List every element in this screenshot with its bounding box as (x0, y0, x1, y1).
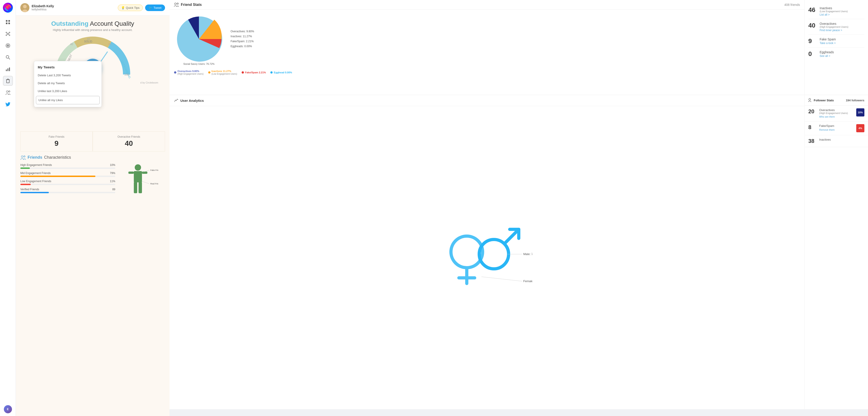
follower-stats-panel: Follower Stats 194 followers 20 Overacti… (805, 95, 868, 409)
analytics-icon (174, 98, 179, 103)
legend-inactives: Inactives: 11.27% (230, 35, 254, 38)
sidebar-item-dashboard[interactable] (3, 17, 13, 27)
engagement-row-mid: Mid Engagement Friends 79% (20, 172, 115, 177)
eggheads-link[interactable]: See all > (819, 55, 864, 58)
dropdown-item-0[interactable]: Delete Last 3,200 Tweets (34, 71, 101, 79)
tag-overactives-sub: (High Engagement Users) (178, 73, 204, 75)
analytics-header: User Analytics (169, 95, 804, 106)
svg-point-50 (177, 3, 178, 4)
fakespam-link[interactable]: Take a look > (819, 41, 864, 45)
dropdown-title: My Tweets (34, 63, 101, 71)
dropdown-menu: My Tweets Delete Last 3,200 Tweets Delet… (34, 61, 102, 107)
app-logo[interactable] (3, 3, 13, 13)
main-content: Elizabeth Kelly kellybethlisa 💡 Quick Ti… (16, 0, 868, 416)
overactives-link[interactable]: Find inner peace > (819, 29, 864, 32)
overactive-label: Overactive Friends (96, 135, 161, 138)
friends-characteristics: Friends Characteristics High Engagement … (16, 151, 169, 204)
stats-numbers: 46 Inactives (Low Engagement Users) List… (805, 0, 868, 64)
engagement-row-low: Low Engagement Friends 11% (20, 180, 115, 185)
sidebar-item-target[interactable] (3, 41, 13, 50)
who-are-them-link[interactable]: Who are them (819, 115, 835, 118)
svg-text:80: 80 (108, 43, 112, 46)
sidebar-item-delete[interactable] (3, 76, 13, 86)
mid-engagement-percent: 79% (110, 172, 115, 175)
stat-box-overactive: Overactive Friends 40 (93, 131, 165, 151)
friend-count: 408 friends (784, 3, 800, 6)
friends-section-title: Friends Characteristics (20, 155, 165, 160)
legend-fakespam: Fake/Spam: 2.21% (230, 40, 254, 43)
follower-row-inactives: 38 Inactives (805, 135, 868, 147)
svg-line-18 (8, 58, 10, 59)
inactives-type: Inactives (819, 6, 864, 10)
sidebar-item-analytics[interactable] (3, 64, 13, 74)
friend-stats-panel: Friend Stats 408 friends (169, 0, 805, 95)
remove-them-link[interactable]: Remove them (819, 129, 835, 131)
svg-text:Fake Friends: 2.21%: Fake Friends: 2.21% (150, 169, 158, 171)
dropdown-item-2[interactable]: Unlike last 3,200 Likes (34, 87, 101, 95)
follower-row-overactives: 20 Overactives (High Engagement Users) W… (805, 106, 868, 122)
tag-fakespam-label: Fake/Spam 2.21% (245, 71, 266, 74)
dropdown-item-1[interactable]: Delete all my Tweets (34, 79, 101, 87)
fakespam-num: 9 (808, 37, 819, 45)
twitter-bird-icon: 🐦 (149, 6, 152, 9)
follower-stats-title: Follower Stats (814, 99, 834, 102)
engagement-row-verified: Verified Friends 89 (20, 188, 115, 193)
tag-overactives: Overactives 9.80% (High Engagement Users… (174, 70, 204, 75)
tweet-button[interactable]: 🐦 Tweet (145, 4, 165, 11)
svg-line-11 (8, 33, 9, 34)
svg-line-60 (482, 277, 522, 281)
sidebar-item-search[interactable] (3, 53, 13, 62)
svg-point-8 (6, 35, 7, 36)
svg-rect-1 (6, 20, 7, 22)
overactives-type: Overactives (819, 22, 864, 26)
svg-line-10 (7, 33, 7, 34)
user-handle: kellybethlisa (32, 8, 54, 11)
svg-rect-43 (134, 182, 137, 193)
legend-overactives: Overactives: 9.80% (230, 30, 254, 33)
stat-row-overactives: 40 Overactives (High Engagement Users) F… (808, 19, 864, 35)
tag-overactives-label: Overactives 9.80% (178, 70, 199, 72)
low-engagement-bar (20, 184, 115, 185)
follower-fakespam-type: Fake/Spam (819, 124, 855, 128)
header-buttons: 💡 Quick Tips 🐦 Tweet (118, 4, 165, 11)
tag-egghead-label: Egghead 0.00% (274, 71, 292, 74)
high-engagement-label: High Engagement Friends (20, 164, 52, 167)
fake-friends-value: 9 (24, 139, 89, 148)
svg-point-39 (135, 164, 141, 171)
stat-row-inactives: 46 Inactives (Low Engagement Users) List… (808, 4, 864, 19)
fake-friends-label: Fake Friends (24, 135, 89, 138)
egghead-dot (270, 71, 273, 74)
follower-overactives-type: Overactives (819, 108, 855, 112)
quick-tips-button[interactable]: 💡 Quick Tips (118, 4, 143, 11)
top-right: Friend Stats 408 friends (169, 0, 868, 95)
friends-grid: High Engagement Friends 10% Mid Engageme… (20, 164, 165, 201)
verified-label: Verified Friends (20, 188, 39, 191)
sidebar-item-twitter[interactable] (3, 99, 13, 109)
fakespam-dot (242, 71, 244, 74)
svg-rect-4 (8, 23, 10, 24)
verified-fill (20, 192, 49, 193)
left-panel: Elizabeth Kelly kellybethlisa 💡 Quick Ti… (16, 0, 169, 416)
user-avatar-sidebar[interactable]: E (4, 405, 12, 413)
stats-boxes: Fake Friends 9 Overactive Friends 40 (20, 131, 165, 151)
svg-point-16 (7, 45, 8, 46)
high-engagement-percent: 10% (110, 164, 115, 167)
inactives-link[interactable]: List all > (819, 13, 864, 16)
low-engagement-percent: 11% (110, 180, 115, 183)
svg-text:40: 40 (70, 43, 73, 46)
sidebar-item-network[interactable] (3, 29, 13, 39)
svg-rect-20 (7, 68, 8, 71)
svg-line-13 (8, 34, 9, 35)
follower-row-fakespam: 8 Fake/Spam Remove them 4% (805, 122, 868, 135)
tag-inactives-label: Inactives 11.27% (212, 70, 231, 72)
mid-engagement-label: Mid Engagement Friends (20, 172, 51, 175)
dropdown-item-3[interactable]: Unlike all my Likes (36, 96, 100, 104)
friend-stats-label: Friend Stats (181, 3, 202, 7)
svg-point-25 (23, 5, 27, 8)
user-info: Elizabeth Kelly kellybethlisa (20, 3, 54, 12)
svg-rect-41 (128, 172, 134, 174)
friends-left: High Engagement Friends 10% Mid Engageme… (20, 164, 115, 201)
sidebar-item-users[interactable] (3, 88, 13, 98)
follower-inactives-num: 38 (808, 138, 817, 144)
friends-icon (20, 155, 26, 160)
